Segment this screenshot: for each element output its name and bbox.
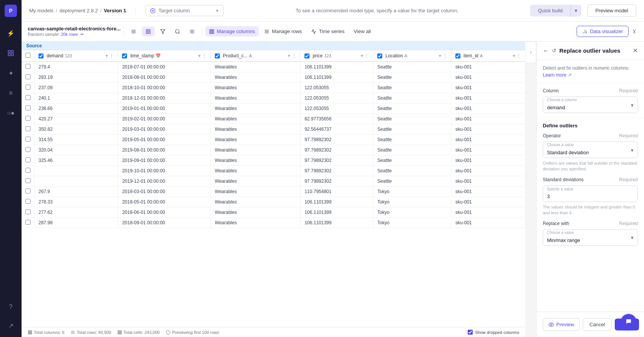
- row-checkbox-cell: [22, 166, 35, 176]
- svg-point-5: [152, 10, 154, 12]
- col-menu-price[interactable]: ▾: [361, 53, 363, 58]
- cell-demand: 267.9: [35, 187, 118, 197]
- cell-location: Seattle: [373, 135, 452, 145]
- row-checkbox[interactable]: [25, 64, 30, 69]
- panel-back-button[interactable]: ←: [543, 47, 549, 54]
- grid-view-button[interactable]: [142, 27, 155, 37]
- row-count[interactable]: 20k rows: [61, 32, 78, 37]
- cell-location: Seattle: [373, 176, 452, 187]
- learn-more-link[interactable]: Learn more: [543, 72, 566, 78]
- data-visualizer-label: Data visualizer: [590, 28, 623, 34]
- preview-action-button[interactable]: Preview: [543, 318, 580, 331]
- sidebar-icon-toggle[interactable]: ○●: [4, 106, 18, 120]
- col-dots-demand[interactable]: ⋮: [109, 53, 114, 58]
- row-checkbox-cell: [22, 197, 35, 207]
- row-checkbox[interactable]: [25, 126, 30, 131]
- col-menu-demand[interactable]: ▾: [105, 53, 108, 58]
- manage-columns-button[interactable]: Manage columns: [205, 26, 259, 37]
- operator-hint: Outliers are values that fall outside of…: [543, 160, 638, 172]
- cancel-button[interactable]: Cancel: [583, 318, 611, 331]
- sidebar-icon-add[interactable]: ✦: [4, 66, 18, 80]
- sidebar-icon-list[interactable]: ≡: [4, 86, 18, 100]
- col-header-location: Location A ▾ ⋮: [373, 50, 452, 62]
- col-header-demand: demand 123 ▾ ⋮: [35, 50, 118, 62]
- col-menu-itemid[interactable]: ▾: [513, 53, 515, 58]
- cell-price: 122.053055: [301, 103, 373, 114]
- search-button[interactable]: [171, 27, 184, 37]
- row-checkbox[interactable]: [25, 105, 30, 110]
- col-menu-location[interactable]: ▾: [439, 53, 441, 58]
- chat-bubble-button[interactable]: [621, 314, 636, 329]
- row-checkbox[interactable]: [25, 178, 30, 183]
- cell-itemid: sku-001: [452, 93, 525, 103]
- target-icon: [150, 8, 156, 13]
- edit-icon[interactable]: ✏: [80, 32, 84, 37]
- col-dots-itemid[interactable]: ⋮: [517, 53, 521, 58]
- row-checkbox[interactable]: [25, 220, 30, 225]
- col-checkbox-location[interactable]: [377, 53, 382, 58]
- col-menu-product[interactable]: ▾: [288, 53, 290, 58]
- row-checkbox[interactable]: [25, 74, 30, 79]
- col-dots-timestamp[interactable]: ⋮: [202, 53, 207, 58]
- svg-marker-13: [161, 29, 165, 33]
- target-column-selector[interactable]: Target column ▾: [145, 5, 224, 16]
- sidebar-icon-lightning[interactable]: ⚡: [4, 26, 18, 40]
- select-all-checkbox[interactable]: [25, 53, 30, 58]
- manage-rows-button[interactable]: Manage rows: [260, 26, 306, 37]
- list-view-button[interactable]: [127, 27, 140, 37]
- col-dots-price[interactable]: ⋮: [365, 53, 369, 58]
- row-checkbox[interactable]: [25, 137, 30, 142]
- row-checkbox[interactable]: [25, 85, 30, 90]
- data-table[interactable]: demand 123 ▾ ⋮ time_stamp �: [22, 50, 525, 327]
- show-dropped-label[interactable]: Show dropped columns: [468, 330, 519, 335]
- data-visualizer-button[interactable]: Data visualizer: [577, 26, 629, 37]
- row-checkbox[interactable]: [25, 147, 30, 152]
- col-dots-product[interactable]: ⋮: [292, 53, 296, 58]
- row-checkbox[interactable]: [25, 157, 30, 162]
- collapse-icon[interactable]: ⊻: [631, 27, 638, 36]
- col-menu-timestamp[interactable]: ▾: [198, 53, 201, 58]
- time-series-button[interactable]: Time series: [307, 26, 348, 37]
- show-dropped-checkbox[interactable]: [468, 330, 473, 335]
- col-checkbox-product[interactable]: [215, 53, 220, 58]
- svg-point-42: [550, 324, 552, 325]
- sidebar-icon-models[interactable]: [4, 46, 18, 60]
- preview-model-button[interactable]: Preview model: [587, 4, 636, 17]
- col-checkbox-itemid[interactable]: [455, 53, 460, 58]
- column-select-label: Choose a column: [547, 98, 577, 102]
- row-checkbox[interactable]: [25, 168, 30, 173]
- panel-refresh-icon[interactable]: ↺: [552, 48, 556, 53]
- cell-location: Seattle: [373, 166, 452, 176]
- settings-button[interactable]: [186, 27, 199, 37]
- row-checkbox[interactable]: [25, 209, 30, 214]
- table-row: 278.33 2018-05-01 00:00:00 Wearables 106…: [22, 197, 525, 207]
- std-dev-input-wrap: Specify a value: [543, 185, 638, 202]
- col-checkbox-timestamp[interactable]: [122, 53, 127, 58]
- expand-panel-button[interactable]: [525, 42, 536, 63]
- chevron-right-icon: [529, 50, 533, 55]
- quick-build-arrow-button[interactable]: ▾: [570, 5, 581, 17]
- row-checkbox[interactable]: [25, 189, 30, 194]
- filter-button[interactable]: [156, 27, 169, 37]
- row-checkbox[interactable]: [25, 116, 30, 121]
- row-checkbox[interactable]: [25, 95, 30, 100]
- filter-icon: [160, 29, 166, 34]
- panel-close-button[interactable]: ✕: [633, 47, 638, 54]
- sidebar-icon-help[interactable]: ?: [4, 300, 18, 314]
- col-dots-location[interactable]: ⋮: [443, 53, 447, 58]
- sidebar-icon-export[interactable]: ↗: [4, 319, 18, 332]
- col-checkbox-demand[interactable]: [38, 53, 43, 58]
- std-dev-field-label: Standard deviations Required: [543, 177, 638, 182]
- breadcrumb-part1[interactable]: My models: [29, 8, 54, 13]
- breadcrumb-part2[interactable]: deployment 2.8.2: [59, 8, 98, 13]
- cell-product: Wearables: [211, 103, 301, 114]
- toolbar-sep-1: [124, 27, 124, 36]
- row-checkbox[interactable]: [25, 199, 30, 204]
- quick-build-button[interactable]: Quick build: [530, 5, 570, 17]
- toolbar: canvas-sample-retail-electronics-fore...…: [22, 22, 644, 42]
- col-name-location: Location: [385, 53, 403, 58]
- std-dev-input-label: Specify a value: [547, 187, 573, 191]
- view-all-button[interactable]: View all: [350, 26, 375, 37]
- col-checkbox-price[interactable]: [304, 53, 309, 58]
- cell-location: Seattle: [373, 145, 452, 155]
